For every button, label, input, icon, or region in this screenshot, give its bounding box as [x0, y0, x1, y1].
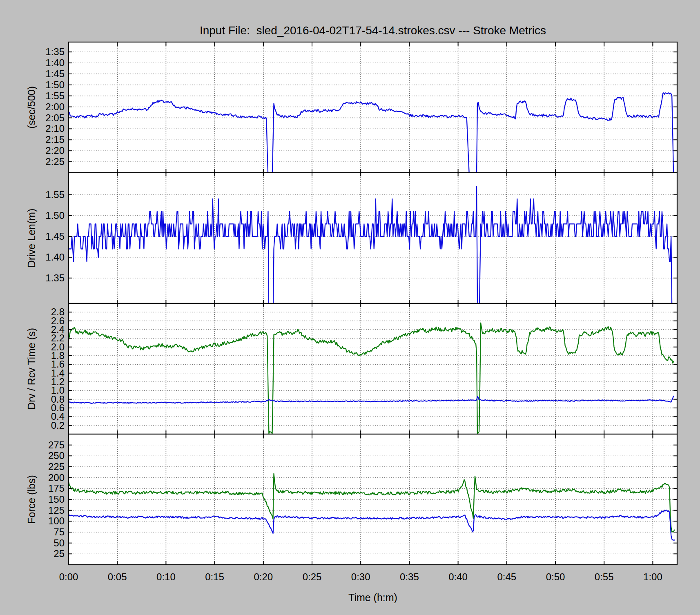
y-tick-label: 1:55 — [45, 90, 65, 101]
x-tick-label: 0:55 — [595, 571, 614, 582]
subplot-2-plot-area — [69, 303, 677, 434]
y-tick-label: 25 — [54, 548, 65, 559]
y-axis-label-drive-length: Drive Len(m) — [26, 209, 37, 267]
plots-layer: 1:351:401:451:501:552:002:052:102:152:20… — [45, 42, 677, 582]
y-tick-label: 1:35 — [45, 46, 65, 57]
y-tick-label: 275 — [48, 439, 65, 450]
x-tick-label: 0:10 — [156, 571, 176, 582]
y-tick-label: 1:45 — [45, 68, 65, 79]
y-axis-label-force: Force (lbs) — [26, 475, 37, 524]
y-tick-label: 2:20 — [45, 145, 65, 156]
x-tick-label: 1:00 — [643, 571, 662, 582]
y-tick-label: 2:00 — [45, 101, 65, 112]
x-tick-label: 0:50 — [546, 571, 565, 582]
x-tick-label: 0:45 — [497, 571, 516, 582]
subplot-1-plot-area — [69, 173, 677, 303]
y-tick-label: 125 — [48, 505, 65, 516]
y-tick-label: 1:40 — [45, 57, 65, 68]
y-tick-label: 0.2 — [51, 420, 65, 431]
x-tick-label: 0:25 — [303, 571, 322, 582]
stroke-metrics-figure: 1:351:401:451:501:552:002:052:102:152:20… — [0, 0, 700, 615]
x-tick-label: 0:20 — [254, 571, 273, 582]
y-tick-label: 100 — [48, 515, 65, 526]
y-tick-label: 1.50 — [45, 210, 65, 221]
x-tick-label: 0:30 — [351, 571, 370, 582]
chart-title: Input File: sled_2016-04-02T17-54-14.str… — [200, 24, 546, 37]
y-tick-label: 50 — [54, 537, 65, 548]
y-tick-label: 2:25 — [45, 156, 65, 167]
y-tick-label: 1:50 — [45, 79, 65, 90]
x-tick-label: 0:40 — [448, 571, 468, 582]
y-tick-label: 200 — [48, 472, 65, 483]
y-tick-label: 250 — [48, 450, 65, 461]
y-tick-label: 2:15 — [45, 134, 65, 145]
x-tick-label: 0:00 — [59, 571, 78, 582]
x-tick-label: 0:05 — [108, 571, 127, 582]
x-tick-label: 0:15 — [205, 571, 224, 582]
x-axis-label: Time (h:m) — [348, 592, 397, 603]
y-tick-label: 75 — [54, 526, 65, 537]
y-tick-label: 175 — [48, 483, 65, 494]
y-tick-label: 225 — [48, 461, 65, 472]
subplot-0-plot-area — [69, 42, 677, 173]
y-tick-label: 150 — [48, 494, 65, 505]
y-tick-label: 1.35 — [45, 272, 65, 283]
y-tick-label: 2:10 — [45, 123, 65, 134]
y-tick-label: 1.40 — [45, 252, 65, 263]
y-axis-label-pace: (sec/500) — [26, 86, 37, 129]
y-tick-label: 1.45 — [45, 231, 65, 242]
y-tick-label: 1.55 — [45, 189, 65, 200]
chart-canvas: 1:351:401:451:501:552:002:052:102:152:20… — [0, 0, 700, 615]
y-tick-label: 2:05 — [45, 112, 65, 123]
y-axis-label-drv-rcv-time: Drv / Rcv Time (s) — [26, 328, 37, 410]
x-tick-label: 0:35 — [400, 571, 419, 582]
